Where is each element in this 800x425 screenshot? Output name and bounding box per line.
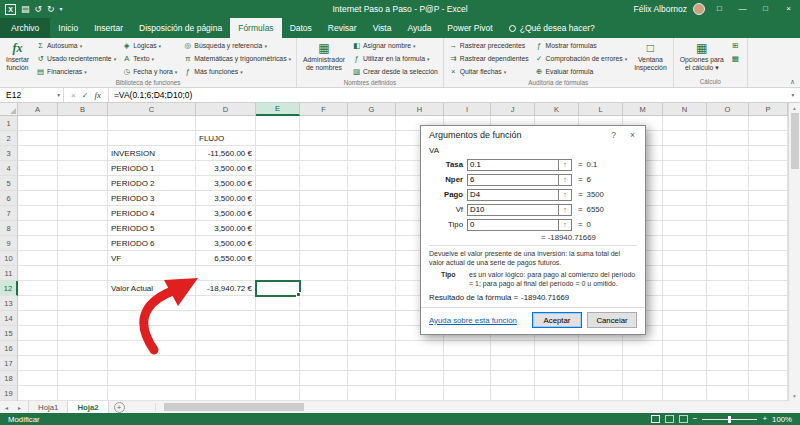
row-header-1[interactable]: 1: [0, 116, 18, 131]
row-header-3[interactable]: 3: [0, 146, 18, 161]
cell[interactable]: [749, 341, 788, 356]
user-name[interactable]: Félix Albornoz: [634, 4, 687, 14]
cell-c8[interactable]: PERIODO 5: [108, 221, 196, 236]
cell[interactable]: [707, 386, 749, 401]
cell[interactable]: [18, 236, 58, 251]
cell[interactable]: [108, 386, 196, 401]
cell[interactable]: [18, 296, 58, 311]
cell[interactable]: [491, 371, 535, 386]
cell[interactable]: [348, 146, 396, 161]
cell[interactable]: [300, 206, 348, 221]
column-header-d[interactable]: D: [196, 103, 256, 116]
cell[interactable]: [707, 326, 749, 341]
cell[interactable]: [256, 191, 300, 206]
cell[interactable]: [18, 161, 58, 176]
column-header-j[interactable]: J: [491, 103, 535, 116]
cell[interactable]: [300, 191, 348, 206]
cell-d8[interactable]: 3,500.00 €: [196, 221, 256, 236]
vertical-scrollbar[interactable]: ▴ ▾: [788, 103, 800, 401]
cell[interactable]: [707, 266, 749, 281]
sheet-nav-left-icon[interactable]: ◂: [0, 401, 13, 413]
cell[interactable]: [707, 371, 749, 386]
cell[interactable]: [256, 131, 300, 146]
cell[interactable]: [256, 371, 300, 386]
scroll-down-icon[interactable]: ▾: [793, 391, 796, 401]
button-evaluar-formula[interactable]: ⊕Evaluar fórmula: [533, 65, 630, 78]
cell[interactable]: [300, 131, 348, 146]
cell[interactable]: [348, 296, 396, 311]
range-selector-icon[interactable]: ↑: [559, 189, 572, 201]
cell[interactable]: [300, 116, 348, 131]
column-header-i[interactable]: I: [444, 103, 491, 116]
argument-input-pago[interactable]: D4: [467, 189, 559, 201]
row-header-6[interactable]: 6: [0, 191, 18, 206]
cell[interactable]: [256, 236, 300, 251]
cell[interactable]: [623, 341, 663, 356]
add-sheet-button[interactable]: +: [114, 402, 125, 413]
cell[interactable]: [348, 236, 396, 251]
column-header-c[interactable]: C: [108, 103, 196, 116]
cell[interactable]: [535, 371, 579, 386]
sheet-tab-hoja1[interactable]: Hoja1: [28, 401, 68, 413]
cell[interactable]: [300, 221, 348, 236]
cell[interactable]: [707, 161, 749, 176]
cell[interactable]: [348, 356, 396, 371]
cancel-formula-icon[interactable]: ×: [71, 91, 76, 100]
cell[interactable]: [749, 251, 788, 266]
cell[interactable]: [108, 371, 196, 386]
cell[interactable]: [663, 236, 707, 251]
button-calculate-sheet[interactable]: ▦: [729, 52, 744, 65]
cell[interactable]: [58, 356, 108, 371]
page-layout-view-icon[interactable]: [665, 415, 674, 423]
cell[interactable]: [256, 146, 300, 161]
horizontal-scrollbar[interactable]: [155, 403, 786, 411]
cell[interactable]: [58, 326, 108, 341]
range-selector-icon[interactable]: ↑: [559, 219, 572, 231]
cell[interactable]: [579, 386, 623, 401]
column-header-a[interactable]: A: [18, 103, 58, 116]
cell[interactable]: [58, 266, 108, 281]
cell[interactable]: [663, 311, 707, 326]
cell[interactable]: [749, 206, 788, 221]
cell[interactable]: [58, 131, 108, 146]
cell[interactable]: [58, 236, 108, 251]
cell[interactable]: [256, 161, 300, 176]
cell[interactable]: [623, 386, 663, 401]
cell[interactable]: [348, 251, 396, 266]
cell[interactable]: [256, 326, 300, 341]
cell[interactable]: [300, 326, 348, 341]
cancel-button[interactable]: Cancelar: [587, 312, 637, 328]
button-insertar-funcion[interactable]: fxInsertarfunción: [3, 39, 32, 73]
cell[interactable]: [300, 236, 348, 251]
tab-insertar[interactable]: Insertar: [86, 18, 131, 38]
row-header-9[interactable]: 9: [0, 236, 18, 251]
cell[interactable]: [535, 341, 579, 356]
cell[interactable]: [58, 371, 108, 386]
cell[interactable]: [300, 266, 348, 281]
cell[interactable]: [58, 206, 108, 221]
cell[interactable]: [348, 371, 396, 386]
cell[interactable]: [749, 311, 788, 326]
cell[interactable]: [579, 371, 623, 386]
cell[interactable]: [18, 266, 58, 281]
cell[interactable]: [663, 356, 707, 371]
cell[interactable]: [396, 371, 444, 386]
cell[interactable]: [579, 356, 623, 371]
cell[interactable]: [707, 146, 749, 161]
cell-c3[interactable]: INVERSION: [108, 146, 196, 161]
cell[interactable]: [256, 356, 300, 371]
cell[interactable]: [444, 371, 491, 386]
cell[interactable]: [749, 131, 788, 146]
undo-icon[interactable]: ↺: [35, 5, 43, 14]
cell[interactable]: [749, 161, 788, 176]
cell[interactable]: [707, 176, 749, 191]
cell-c10[interactable]: VF: [108, 251, 196, 266]
button-rastrear-precedentes[interactable]: →Rastrear precedentes: [447, 39, 531, 52]
cell[interactable]: [623, 356, 663, 371]
cell[interactable]: [579, 341, 623, 356]
cell[interactable]: [707, 221, 749, 236]
cell[interactable]: [348, 281, 396, 296]
cell[interactable]: [300, 161, 348, 176]
cell[interactable]: [58, 221, 108, 236]
cell[interactable]: [300, 371, 348, 386]
